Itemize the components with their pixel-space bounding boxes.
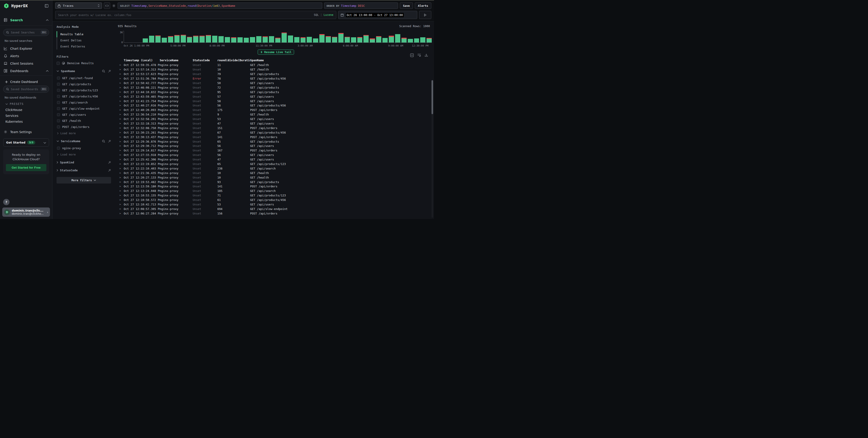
filter-checkbox-item[interactable]: GET /api/products/123 <box>57 87 111 93</box>
table-row[interactable]: >Oct 27 12:13:59.180 PMnginx-proxyUnset1… <box>118 184 434 189</box>
sidebar-preset-item[interactable]: Kubernetes <box>0 119 52 125</box>
histogram-bar[interactable] <box>357 31 363 42</box>
checkbox[interactable] <box>57 107 60 110</box>
expand-row-icon[interactable]: > <box>118 91 124 94</box>
expand-row-icon[interactable]: > <box>118 163 124 165</box>
histogram-bar[interactable] <box>401 31 407 42</box>
histogram-bar[interactable] <box>376 31 381 42</box>
histogram-bar[interactable] <box>168 31 173 42</box>
expand-row-icon[interactable]: > <box>118 104 124 107</box>
column-spanname[interactable]: SpanName <box>250 59 434 62</box>
checkbox[interactable] <box>57 83 60 86</box>
expand-row-icon[interactable]: > <box>118 122 124 125</box>
orderby-input[interactable]: ORDER BY Timestamp DESC <box>324 2 398 9</box>
histogram-bar[interactable] <box>206 31 211 42</box>
sidebar-collapse-icon[interactable] <box>44 4 49 8</box>
expand-row-icon[interactable]: > <box>118 140 124 143</box>
table-row[interactable]: >Oct 27 12:40:20.093 PMnginx-proxyUnset1… <box>118 108 434 112</box>
sidebar-item-team-settings[interactable]: Team Settings <box>0 128 52 136</box>
user-menu[interactable]: D dominic.tran@clic... dominic.tran@clic… <box>2 207 50 217</box>
source-settings-button[interactable] <box>112 2 116 9</box>
filter-group-header[interactable]: ServiceName <box>57 139 111 143</box>
table-row[interactable]: >Oct 27 12:13:24.048 PMnginx-proxyUnset1… <box>118 189 434 193</box>
histogram-bar[interactable] <box>382 31 388 42</box>
expand-row-icon[interactable]: > <box>118 81 124 85</box>
column-statuscode[interactable]: StatusCode <box>193 59 217 62</box>
expand-row-icon[interactable]: > <box>118 68 124 71</box>
histogram-bar[interactable] <box>256 31 261 42</box>
expand-row-icon[interactable]: > <box>118 207 124 210</box>
table-row[interactable]: >Oct 27 12:08:57.305 PMnginx-proxyUnset6… <box>118 207 434 211</box>
filter-pin-button[interactable] <box>108 140 111 143</box>
expand-row-icon[interactable]: > <box>118 77 124 80</box>
filter-checkbox-item[interactable]: GET /api/products/456 <box>57 93 111 99</box>
wrap-lines-button[interactable] <box>417 53 421 57</box>
load-more-button[interactable]: Load more <box>57 130 111 135</box>
sidebar-item-chart-explorer[interactable]: Chart Explorer <box>0 45 52 52</box>
expand-row-icon[interactable]: > <box>118 180 124 183</box>
expand-row-icon[interactable]: > <box>118 172 124 174</box>
expand-row-icon[interactable]: > <box>118 108 124 111</box>
checkbox[interactable] <box>57 77 60 79</box>
filter-checkbox-item[interactable]: nginx-proxy <box>57 145 111 151</box>
scrollbar-thumb[interactable] <box>432 80 433 114</box>
table-row[interactable]: >Oct 27 12:22:19.852 PMnginx-proxyUnset6… <box>118 162 434 166</box>
table-row[interactable]: >Oct 27 12:46:08.221 PMnginx-proxyUnset7… <box>118 85 434 90</box>
histogram-bar[interactable] <box>262 31 268 42</box>
table-row[interactable]: >Oct 27 12:43:59.465 PMnginx-proxyUnset5… <box>118 94 434 99</box>
table-row[interactable]: >Oct 27 12:10:50.572 PMnginx-proxyUnset6… <box>118 198 434 202</box>
get-started-free-button[interactable]: Get Started for Free <box>6 164 46 171</box>
filter-group-header[interactable]: SpanName <box>57 69 111 73</box>
table-row[interactable]: >Oct 27 12:10:42.713 PMnginx-proxyUnset5… <box>118 202 434 207</box>
alerts-button[interactable]: Alerts <box>415 2 431 9</box>
resume-live-tail-button[interactable]: Resume Live Tail <box>257 49 294 55</box>
expand-row-icon[interactable]: > <box>118 190 124 192</box>
histogram-bar[interactable] <box>250 31 255 42</box>
filter-checkbox-item[interactable]: GET /api/search <box>57 99 111 106</box>
histogram-bar[interactable] <box>143 31 148 42</box>
expand-row-icon[interactable]: > <box>118 131 124 134</box>
expand-row-icon[interactable]: > <box>118 167 124 170</box>
table-row[interactable]: >Oct 27 12:30:13.437 PMnginx-proxyUnset1… <box>118 135 434 139</box>
load-more-button[interactable]: Load more <box>57 151 111 156</box>
table-row[interactable]: >Oct 27 12:53:17.623 PMnginx-proxyUnset7… <box>118 72 434 76</box>
sidebar-item-search[interactable]: Search <box>0 16 52 24</box>
histogram-bar[interactable] <box>212 31 217 42</box>
filter-pin-button[interactable] <box>108 161 111 164</box>
analysis-mode-option[interactable]: Event Deltas <box>57 37 111 43</box>
save-button[interactable]: Save <box>400 2 413 9</box>
table-row[interactable]: >Oct 27 12:30:23.261 PMnginx-proxyUnset6… <box>118 130 434 135</box>
expand-row-icon[interactable]: > <box>118 158 124 161</box>
histogram-bar[interactable] <box>181 31 186 42</box>
histogram-bar[interactable] <box>345 31 350 42</box>
help-button[interactable]: ? <box>3 199 9 205</box>
expand-row-icon[interactable]: > <box>118 154 124 157</box>
histogram-bar[interactable] <box>275 31 280 42</box>
analysis-mode-option[interactable]: Results Table <box>57 31 111 37</box>
histogram-bar[interactable] <box>174 31 180 42</box>
histogram-bar[interactable] <box>282 31 287 42</box>
lucene-toggle[interactable]: Lucene <box>323 13 333 16</box>
table-row[interactable]: >Oct 27 12:29:36.876 PMnginx-proxyUnset6… <box>118 139 434 144</box>
filter-checkbox-item[interactable]: GET /api/slow-endpoint <box>57 106 111 112</box>
presets-toggle[interactable]: PRESETS <box>0 100 52 107</box>
select-input[interactable]: SELECT Timestamp,ServiceName,StatusCode,… <box>118 2 322 9</box>
histogram-bar[interactable] <box>414 31 419 42</box>
download-csv-button[interactable] <box>425 53 428 57</box>
expand-row-icon[interactable]: > <box>118 127 124 130</box>
histogram-bar[interactable] <box>149 31 154 42</box>
expand-row-icon[interactable]: > <box>118 198 124 201</box>
expand-row-icon[interactable]: > <box>118 95 124 98</box>
histogram-bar[interactable] <box>162 31 167 42</box>
table-row[interactable]: >Oct 27 12:27:33.918 PMnginx-proxyUnset5… <box>118 153 434 157</box>
table-row[interactable]: >Oct 27 12:40:27.016 PMnginx-proxyUnset5… <box>118 103 434 108</box>
table-row[interactable]: >Oct 27 12:50:42.777 PMnginx-proxyUnset5… <box>118 81 434 86</box>
histogram-bar[interactable] <box>231 31 236 42</box>
table-row[interactable]: >Oct 27 12:32:58.201 PMnginx-proxyUnset5… <box>118 117 434 121</box>
get-started-toggle[interactable]: Get Started 3/3 <box>3 138 49 147</box>
expand-row-icon[interactable]: > <box>118 72 124 75</box>
sidebar-item-client-sessions[interactable]: Client Sessions <box>0 60 52 67</box>
column-duration[interactable]: round(divide(Duration, <box>217 59 250 62</box>
expand-row-icon[interactable]: > <box>118 194 124 197</box>
table-row[interactable]: >Oct 27 12:29:30.712 PMnginx-proxyUnset5… <box>118 144 434 148</box>
